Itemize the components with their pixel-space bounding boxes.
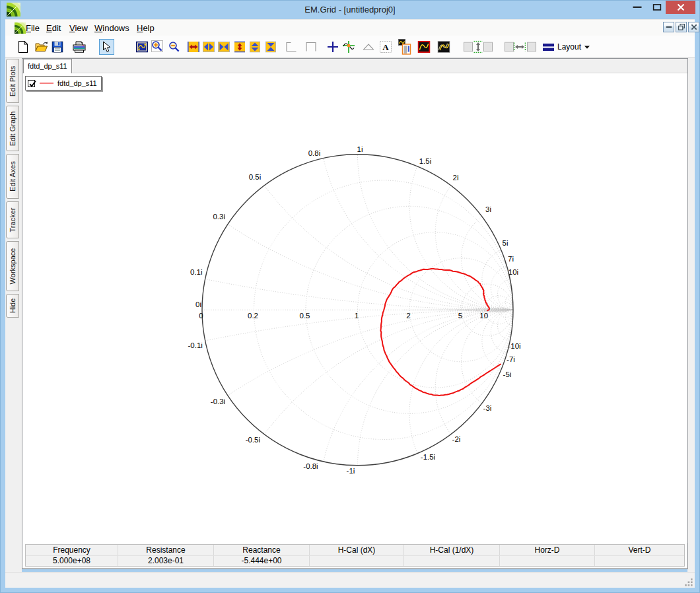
shrink-vertical-icon: [265, 42, 276, 53]
disabled-square-icon: [483, 42, 493, 52]
zoom-out-icon: [169, 42, 180, 52]
app-window: EM.Grid - [untitledproj0]: [0, 0, 700, 593]
window-minimize-button[interactable]: [626, 0, 648, 14]
tracker-col-header: Resistance: [118, 545, 214, 555]
tracker-value: [500, 556, 595, 567]
menu-bar: FileEditViewWindowsHelp: [5, 19, 695, 36]
plot-red-border-icon: [418, 41, 431, 53]
svg-text:0.1i: 0.1i: [190, 268, 203, 276]
stretch-vertical-icon: [234, 42, 245, 53]
plot-window: fdtd_dp_s11 00.20.5125100i0.1i0.3i0.5i0.…: [22, 58, 688, 569]
svg-text:-1.5i: -1.5i: [421, 453, 435, 461]
svg-text:0: 0: [199, 312, 203, 320]
layout-icon: [543, 43, 554, 52]
expand-vertical-button[interactable]: [248, 40, 262, 54]
svg-text:1: 1: [355, 312, 359, 320]
mdi-close-button[interactable]: [688, 22, 699, 32]
svg-text:-0.5i: -0.5i: [246, 436, 260, 444]
chevron-down-icon: [584, 46, 590, 49]
crosshair-plus-icon: [328, 42, 339, 53]
svg-text:-0.3i: -0.3i: [211, 398, 225, 405]
printer-icon: [73, 41, 86, 53]
open-file-button[interactable]: [34, 40, 49, 54]
svg-text:10: 10: [479, 312, 488, 320]
sidebar: Edit PlotsEdit GraphEdit AxesTrackerWork…: [5, 58, 22, 572]
menubar-logo-icon: [15, 22, 26, 34]
crosshair-button[interactable]: [326, 40, 340, 54]
svg-text:-0.1i: -0.1i: [188, 341, 203, 349]
menu-view[interactable]: View: [69, 20, 88, 36]
layout-label: Layout: [557, 42, 581, 52]
sidebar-tab-hide[interactable]: Hide: [6, 294, 19, 318]
marker-triangle-button[interactable]: [361, 40, 376, 54]
tracker-button[interactable]: [341, 40, 356, 54]
sidebar-tab-edit-axes[interactable]: Edit Axes: [6, 154, 19, 199]
next-vertical-button[interactable]: [481, 40, 495, 54]
svg-text:0.5: 0.5: [300, 312, 310, 320]
svg-text:-1i: -1i: [347, 467, 355, 475]
window-close-button[interactable]: [666, 0, 695, 14]
tracker-table: FrequencyResistanceReactanceH-Cal (dX)H-…: [25, 544, 685, 567]
zoom-in-button[interactable]: [151, 40, 163, 52]
sidebar-tab-edit-graph[interactable]: Edit Graph: [6, 106, 19, 151]
sidebar-tab-workspace[interactable]: Workspace: [6, 241, 19, 291]
axes-top-button[interactable]: [304, 40, 318, 54]
title-bar[interactable]: EM.Grid - [untitledproj0]: [0, 0, 700, 19]
overlay-plots-button[interactable]: [437, 40, 451, 54]
trace-fdtd-dp-s11: [380, 269, 501, 396]
tracker-value: [310, 556, 404, 567]
print-button[interactable]: [72, 40, 87, 54]
menu-windows[interactable]: Windows: [94, 20, 130, 36]
stretch-horizontal-button[interactable]: [186, 40, 201, 54]
plot-area[interactable]: 00.20.5125100i0.1i0.3i0.5i0.8i1i1.5i2i3i…: [22, 73, 687, 543]
window-maximize-button[interactable]: [648, 0, 666, 14]
smith-chart: 00.20.5125100i0.1i0.3i0.5i0.8i1i1.5i2i3i…: [22, 73, 687, 543]
zoom-out-button[interactable]: [167, 40, 182, 54]
stretch-vertical-button[interactable]: [232, 40, 247, 54]
tracker-col-header: Horz-D: [500, 545, 595, 555]
plot-two-curves-icon: [438, 41, 450, 53]
svg-text:-5i: -5i: [503, 370, 512, 378]
sidebar-tab-tracker[interactable]: Tracker: [6, 201, 19, 238]
next-horizontal-button[interactable]: [524, 40, 539, 54]
svg-text:3i: 3i: [485, 205, 491, 213]
shrink-vertical-button[interactable]: [263, 40, 278, 54]
zoom-in-icon: [152, 41, 162, 52]
expand-horizontal-button[interactable]: [201, 40, 216, 54]
mdi-minimize-button[interactable]: [663, 22, 674, 32]
right-gap: [687, 58, 695, 572]
add-text-button[interactable]: A: [378, 40, 393, 54]
new-document-icon: [18, 41, 28, 53]
svg-text:5: 5: [458, 312, 462, 320]
axes-corner-button[interactable]: [284, 40, 298, 54]
sidebar-tab-edit-plots[interactable]: Edit Plots: [6, 59, 19, 103]
save-button[interactable]: [50, 40, 65, 54]
active-plot-button[interactable]: [417, 40, 431, 54]
menu-file[interactable]: File: [25, 20, 40, 36]
copy-plot-icon: [398, 39, 411, 55]
svg-text:-7i: -7i: [507, 355, 515, 363]
fit-plot-icon: [136, 42, 148, 53]
select-tool-button[interactable]: [99, 39, 114, 55]
mdi-restore-button[interactable]: [676, 22, 687, 32]
close-icon: [691, 24, 697, 30]
axes-corner-icon: [286, 42, 297, 52]
expand-vertical-icon: [250, 42, 260, 53]
fit-plot-button[interactable]: [135, 40, 149, 54]
tab-fdtd-dp-s11[interactable]: fdtd_dp_s11: [23, 59, 72, 73]
tracker-col-header: Reactance: [214, 545, 310, 555]
tracker-value: 5.000e+08: [26, 556, 118, 567]
svg-text:1i: 1i: [357, 145, 363, 153]
svg-text:-0.8i: -0.8i: [303, 462, 318, 470]
layout-dropdown[interactable]: Layout: [540, 40, 592, 54]
new-file-button[interactable]: [16, 40, 30, 54]
menu-edit[interactable]: Edit: [46, 20, 61, 36]
expand-horizontal-icon: [203, 42, 215, 52]
svg-text:0.8i: 0.8i: [308, 149, 321, 157]
copy-plot-button[interactable]: [398, 38, 412, 55]
menu-help[interactable]: Help: [136, 20, 155, 36]
resize-grip[interactable]: [684, 577, 693, 586]
legend-checkbox[interactable]: [28, 80, 35, 87]
svg-text:5i: 5i: [503, 239, 508, 247]
shrink-horizontal-button[interactable]: [217, 40, 231, 54]
